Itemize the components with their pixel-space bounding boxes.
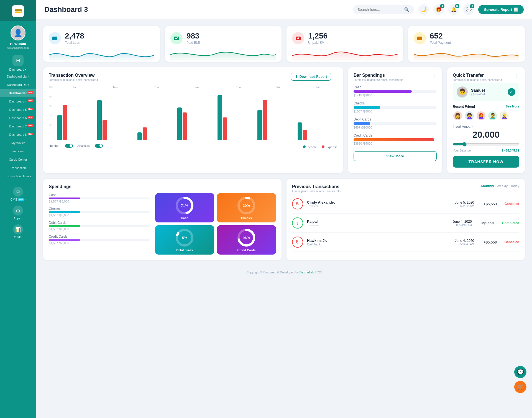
- friend-avatar-1[interactable]: 👩: [453, 111, 463, 121]
- spending-checks: Checks $1,567 /$5,000: [49, 207, 150, 217]
- friend-avatar-2[interactable]: 👩‍🦱: [464, 111, 474, 121]
- dashboard-label[interactable]: Dashboard ▾: [9, 68, 27, 71]
- friend-avatars: 👩 👩‍🦱 👩‍🦰 👨‍🦱 👩‍🦳: [453, 111, 519, 121]
- sidebar-item-dashboard6[interactable]: Dashboard 6 New: [0, 114, 36, 122]
- footer: Copyright © Designed & Developed by Dexi…: [36, 267, 532, 278]
- bar-chart-body: [55, 90, 337, 140]
- charts-label[interactable]: Charts ›: [12, 235, 23, 239]
- see-more-link[interactable]: See More: [506, 105, 519, 109]
- footer-brand-link[interactable]: DexignLab: [300, 271, 314, 274]
- prev-tx-title: Previous Transactions: [292, 184, 341, 189]
- balance-label: Your Balance: [453, 149, 471, 152]
- total-loan-label: Total Loan: [65, 41, 84, 45]
- transaction-overview-more-btn[interactable]: ···: [333, 74, 337, 80]
- bell-badge: 12: [455, 4, 459, 8]
- fab-cart[interactable]: 🛒: [514, 381, 526, 393]
- prev-tx-subtitle: Lorem ipsum dolor sit amet, consectetur: [292, 190, 341, 193]
- cms-label[interactable]: CMS New ›: [11, 198, 26, 201]
- sidebar-username: Hi,William: [10, 42, 26, 46]
- sidebar-item-dashboard4[interactable]: Dashboard 4 New: [0, 97, 36, 106]
- generate-report-button[interactable]: Generate Report 📊: [478, 5, 524, 14]
- tx-row-hawkins: ↻ Hawkins Jr. Cashback June 4, 2020 05:3…: [292, 233, 519, 252]
- sidebar-item-transaction-details[interactable]: Transaction Details: [0, 172, 36, 180]
- sidebar-item-cards-center[interactable]: Cards Center: [0, 155, 36, 164]
- apps-icon: ⬡: [13, 206, 23, 216]
- spending-cash: Cash $1,567 /$5,000: [49, 193, 150, 203]
- content: 2,478 Total Loan: [36, 19, 532, 267]
- tx-status-paipal: Completed: [502, 221, 519, 225]
- sidebar-item-dashboard-light[interactable]: Dashboard Light: [0, 72, 36, 81]
- sidebar-item-transaction[interactable]: Transaction: [0, 164, 36, 172]
- svg-rect-8: [417, 38, 422, 38]
- sidebar-nav: Dashboard Light Dashboard Dark Dashboard…: [0, 72, 36, 180]
- friend-avatar-3[interactable]: 👩‍🦰: [476, 111, 486, 121]
- amount-slider[interactable]: [453, 142, 519, 147]
- friend-avatar-4[interactable]: 👨‍🦱: [488, 111, 498, 121]
- checks-bar-fill: [354, 106, 380, 109]
- insert-amount-label: Insert Amount: [453, 125, 519, 129]
- svg-rect-6: [298, 37, 298, 38]
- total-payment-icon: [414, 32, 426, 44]
- quick-transfer-more-btn[interactable]: ⋮: [514, 73, 519, 79]
- chart-icon: 📊: [514, 7, 518, 12]
- expense-dot: [322, 145, 324, 148]
- qt-check-icon: ✓: [508, 88, 515, 96]
- tx-name-cindy: Cindy Alexandro: [307, 200, 336, 204]
- tab-today[interactable]: Today: [510, 184, 519, 189]
- tx-icon-paipal: ↓: [292, 217, 303, 229]
- fab-support[interactable]: 💬: [514, 366, 526, 378]
- search-input[interactable]: [357, 7, 402, 12]
- bar-spendings-more-btn[interactable]: ⋮: [432, 73, 437, 79]
- tx-time-hawkins: 05:34:45 AM: [455, 243, 474, 246]
- sidebar-item-dashboard5[interactable]: Dashboard 5 New: [0, 106, 36, 114]
- badge-new: New: [28, 108, 33, 110]
- middle-row: Transaction Overview Lorem ipsum dolor s…: [43, 67, 525, 173]
- sidebar: 💳 👤 Hi,William william@gmail.com ⊞ Dashb…: [0, 0, 36, 418]
- spendings-main: Cash $1,567 /$5,000 Checks $1,567 /$5,00…: [49, 193, 276, 255]
- total-payment-wave: [414, 47, 519, 62]
- donut-credit: 96% Credit Cards: [217, 225, 276, 255]
- friend-avatar-5[interactable]: 👩‍🦳: [499, 111, 509, 121]
- view-more-button[interactable]: View More: [354, 151, 437, 161]
- sidebar-cms-section: ⚙ CMS New ›: [0, 184, 36, 203]
- sidebar-item-dashboard7[interactable]: Dashboard 7 New: [0, 122, 36, 130]
- paid-emi-value: 983: [186, 32, 200, 40]
- search-bar: 🔍: [353, 5, 414, 14]
- bell-icon-btn[interactable]: 🔔 12: [448, 4, 459, 15]
- transfer-now-button[interactable]: TRANSFER NOW: [453, 156, 519, 168]
- sidebar-item-mywallet[interactable]: My Wallet: [0, 139, 36, 147]
- tab-monthly[interactable]: Monthly: [481, 184, 494, 189]
- sidebar-email: william@gmail.com: [7, 47, 29, 49]
- chart-toggles: Number Analytics: [49, 144, 103, 148]
- toggle-analytics[interactable]: [95, 144, 103, 148]
- tx-name-paipal: Paipal: [307, 219, 318, 224]
- apps-label[interactable]: Apps ›: [14, 217, 22, 220]
- paid-emi-icon: [170, 32, 183, 44]
- bar-group-wed: [177, 107, 214, 140]
- sidebar-item-dashboard3[interactable]: Dashboard 3 New: [0, 89, 36, 97]
- unpaid-emi-value: 1,256: [308, 32, 328, 40]
- chat-icon-btn[interactable]: 💬 5: [463, 4, 474, 15]
- sidebar-item-dashboard-dark[interactable]: Dashboard Dark: [0, 81, 36, 89]
- stat-card-total-payment: 652 Total Payment: [408, 26, 525, 62]
- recent-friend-label: Recent Friend: [453, 105, 475, 109]
- dashboard-icon[interactable]: ⊞: [12, 55, 24, 66]
- svg-text:71%: 71%: [181, 204, 188, 208]
- tab-weekly[interactable]: Weekly: [497, 184, 508, 189]
- tx-status-cindy: Canceled: [505, 202, 519, 206]
- sidebar-item-invoices[interactable]: Invoices: [0, 147, 36, 155]
- sidebar-item-dashboard8[interactable]: Dashboard 8 New: [0, 130, 36, 139]
- quick-transfer-title: Quick Transfer: [453, 73, 502, 78]
- moon-icon-btn[interactable]: 🌙: [418, 4, 429, 15]
- sidebar-profile: 👤 Hi,William william@gmail.com: [0, 21, 36, 52]
- unpaid-emi-label: Unpaid EMI: [308, 41, 328, 45]
- transaction-overview-title: Transaction Overview: [49, 73, 98, 78]
- download-report-button[interactable]: ⬇ Download Report: [291, 73, 331, 81]
- toggle-number-label: Number: [49, 144, 60, 147]
- search-icon: 🔍: [404, 7, 410, 12]
- bar-expense: [63, 105, 67, 140]
- credit-bar-fill: [354, 138, 434, 141]
- gift-icon-btn[interactable]: 🎁 2: [433, 4, 444, 15]
- toggle-number[interactable]: [65, 144, 73, 148]
- bar-chart-day-labels: SunMonTueWedThuFriSat: [55, 86, 337, 89]
